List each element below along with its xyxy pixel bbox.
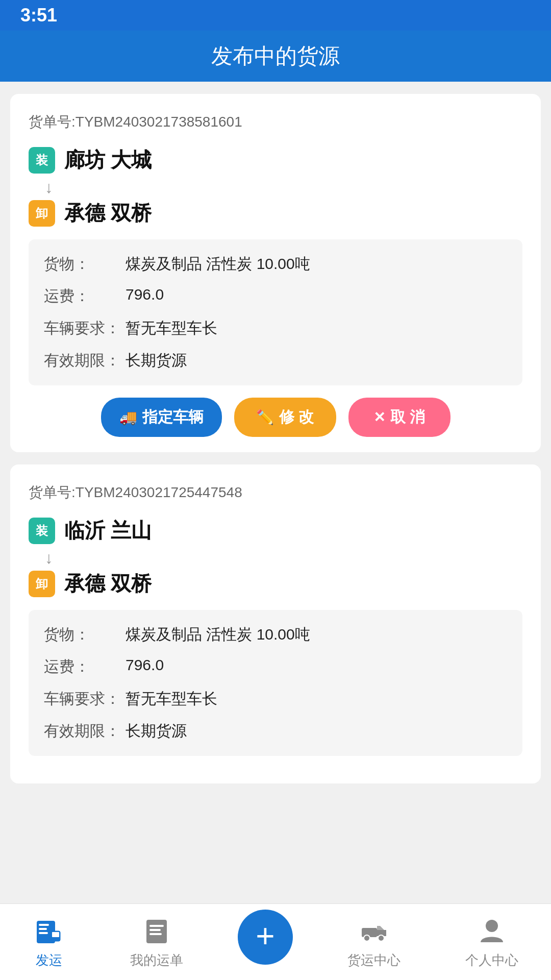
svg-rect-9 — [149, 933, 162, 935]
route-arrow-2: ↓ — [37, 549, 522, 568]
vehicle-value-2: 暂无车型车长 — [126, 689, 217, 709]
from-row-1: 装 廊坊 大城 — [29, 146, 522, 174]
action-row-1: 🚚 指定车辆 ✏️ 修 改 ✕ 取 消 — [29, 398, 522, 437]
route-arrow-1: ↓ — [37, 178, 522, 197]
page-header: 发布中的货源 — [0, 31, 551, 82]
unload-tag-2: 卸 — [29, 571, 55, 597]
load-tag-2: 装 — [29, 518, 55, 544]
freight-icon — [358, 915, 390, 947]
truck-icon-1: 🚚 — [119, 409, 137, 426]
nav-label-shipper: 发运 — [36, 951, 62, 969]
vehicle-label-2: 车辆要求： — [44, 689, 126, 709]
nav-label-freight: 货运中心 — [347, 951, 400, 969]
order-number-1: 货单号:TYBM2403021738581601 — [29, 112, 522, 132]
validity-value-2: 长期货源 — [126, 721, 187, 742]
cancel-button-1[interactable]: ✕ 取 消 — [348, 398, 450, 437]
vehicle-row-1: 车辆要求： 暂无车型车长 — [44, 318, 507, 339]
unload-tag-1: 卸 — [29, 200, 55, 227]
freight-row-1: 运费： 796.0 — [44, 286, 507, 307]
svg-rect-6 — [146, 920, 167, 943]
cargo-card-2: 货单号:TYBM2403021725447548 装 临沂 兰山 ↓ 卸 承德 … — [10, 464, 541, 783]
from-city-2: 临沂 兰山 — [64, 517, 152, 545]
nav-item-freight[interactable]: 货运中心 — [337, 910, 411, 974]
freight-value-1: 796.0 — [126, 286, 164, 303]
order-number-2: 货单号:TYBM2403021725447548 — [29, 483, 522, 502]
svg-point-13 — [486, 920, 498, 932]
nav-item-orders[interactable]: 我的运单 — [120, 910, 193, 974]
freight-label-1: 运费： — [44, 286, 126, 307]
goods-label-1: 货物： — [44, 254, 126, 275]
nav-label-profile: 个人中心 — [465, 951, 518, 969]
to-row-2: 卸 承德 双桥 — [29, 570, 522, 598]
svg-rect-7 — [149, 925, 164, 927]
svg-rect-5 — [52, 932, 59, 937]
validity-label-2: 有效期限： — [44, 721, 126, 742]
edit-icon-1: ✏️ — [256, 409, 274, 426]
status-time: 3:51 — [20, 5, 57, 26]
validity-value-1: 长期货源 — [126, 350, 187, 371]
plus-icon: + — [256, 920, 274, 952]
svg-rect-1 — [39, 924, 49, 926]
goods-value-2: 煤炭及制品 活性炭 10.00吨 — [126, 624, 310, 645]
validity-row-1: 有效期限： 长期货源 — [44, 350, 507, 371]
vehicle-row-2: 车辆要求： 暂无车型车长 — [44, 689, 507, 709]
goods-row-2: 货物： 煤炭及制品 活性炭 10.00吨 — [44, 624, 507, 645]
to-city-2: 承德 双桥 — [64, 570, 152, 598]
cancel-icon-1: ✕ — [373, 409, 385, 426]
bottom-nav: 发运 我的运单 + 货运中心 — [0, 903, 551, 980]
nav-item-profile[interactable]: 个人中心 — [455, 910, 529, 974]
to-row-1: 卸 承德 双桥 — [29, 199, 522, 227]
nav-item-shipper[interactable]: 发运 — [22, 910, 76, 974]
svg-rect-3 — [39, 932, 48, 934]
freight-row-2: 运费： 796.0 — [44, 656, 507, 677]
to-city-1: 承德 双桥 — [64, 199, 152, 227]
status-bar: 3:51 — [0, 0, 551, 31]
from-row-2: 装 临沂 兰山 — [29, 517, 522, 545]
svg-point-12 — [378, 935, 384, 941]
goods-row-1: 货物： 煤炭及制品 活性炭 10.00吨 — [44, 254, 507, 275]
nav-label-orders: 我的运单 — [130, 951, 183, 969]
info-box-2: 货物： 煤炭及制品 活性炭 10.00吨 运费： 796.0 车辆要求： 暂无车… — [29, 610, 522, 756]
cargo-card-1: 货单号:TYBM2403021738581601 装 廊坊 大城 ↓ 卸 承德 … — [10, 94, 541, 452]
load-tag-1: 装 — [29, 147, 55, 174]
main-content: 货单号:TYBM2403021738581601 装 廊坊 大城 ↓ 卸 承德 … — [0, 82, 551, 877]
vehicle-value-1: 暂无车型车长 — [126, 318, 217, 339]
vehicle-label-1: 车辆要求： — [44, 318, 126, 339]
goods-label-2: 货物： — [44, 624, 126, 645]
validity-label-1: 有效期限： — [44, 350, 126, 371]
svg-point-11 — [364, 935, 370, 941]
assign-vehicle-button-1[interactable]: 🚚 指定车辆 — [101, 398, 222, 437]
goods-value-1: 煤炭及制品 活性炭 10.00吨 — [126, 254, 310, 275]
freight-value-2: 796.0 — [126, 656, 164, 674]
svg-rect-8 — [149, 929, 161, 931]
orders-icon — [140, 915, 173, 947]
info-box-1: 货物： 煤炭及制品 活性炭 10.00吨 运费： 796.0 车辆要求： 暂无车… — [29, 239, 522, 385]
svg-rect-2 — [39, 928, 47, 930]
shipper-icon — [33, 915, 65, 947]
edit-button-1[interactable]: ✏️ 修 改 — [234, 398, 336, 437]
page-title: 发布中的货源 — [211, 42, 340, 70]
add-button[interactable]: + — [238, 910, 293, 965]
profile-icon — [475, 915, 508, 947]
from-city-1: 廊坊 大城 — [64, 146, 152, 174]
validity-row-2: 有效期限： 长期货源 — [44, 721, 507, 742]
freight-label-2: 运费： — [44, 656, 126, 677]
